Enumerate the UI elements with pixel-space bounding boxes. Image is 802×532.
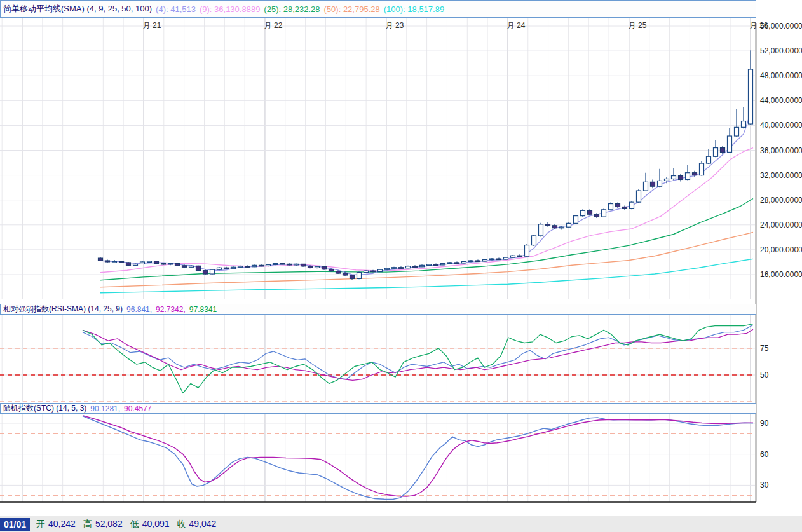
y-axis-tick-label: 30 xyxy=(760,481,769,489)
y-axis-tick-label: 48,000.0000 xyxy=(760,71,802,80)
stc-title: 随机指数(STC) (14, 5, 3) xyxy=(3,403,86,414)
indicator-value: (9): 36,130.8889 xyxy=(200,4,260,14)
indicator-value: 96.841, xyxy=(126,305,152,314)
y-axis-tick-label: 50 xyxy=(760,371,769,379)
rsi-values: 96.841,92.7342,97.8341 xyxy=(126,305,221,314)
y-axis-tick-label: 36,000.0000 xyxy=(760,146,802,155)
ohlc-readout: 开40,242高52,082低40,091收49,042 xyxy=(36,519,224,530)
sma-values: (4): 41,513(9): 36,130.8889(25): 28,232.… xyxy=(156,4,448,14)
indicator-value: (4): 41,513 xyxy=(156,4,196,14)
status-bar: 01/01 开40,242高52,082低40,091收49,042 xyxy=(0,516,802,532)
y-axis-tick-label: 40,000.0000 xyxy=(760,121,802,130)
y-axis-tick-label: 24,000.0000 xyxy=(760,221,802,229)
candlesticks xyxy=(99,50,753,280)
indicator-value: (25): 28,232.28 xyxy=(264,4,320,14)
stc-values: 90.1281,90.4577 xyxy=(90,404,155,413)
ohlc-label: 高 xyxy=(83,519,92,529)
status-date-badge: 01/01 xyxy=(0,518,30,531)
indicator-value: 90.1281, xyxy=(90,404,120,413)
axis-labels: 56,000.000052,000.000048,000.000044,000.… xyxy=(760,22,802,489)
y-axis-tick-label: 28,000.0000 xyxy=(760,196,802,205)
sma-header-bar: 简单移动平均线(SMA) (4, 9, 25, 50, 100) (4): 41… xyxy=(0,0,756,18)
ohlc-value: 52,082 xyxy=(95,519,123,529)
indicator-value: 92.7342, xyxy=(156,305,186,314)
ohlc-value: 49,042 xyxy=(189,519,217,529)
y-axis-tick-label: 32,000.0000 xyxy=(760,171,802,180)
y-axis-tick-label: 90 xyxy=(760,419,769,428)
y-axis-tick-label: 20,000.0000 xyxy=(760,245,802,254)
indicator-value: 97.8341 xyxy=(189,305,217,314)
rsi-header-bar: 相对强弱指数(RSI-SMA) (14, 25, 9) 96.841,92.73… xyxy=(0,304,756,315)
stc-header-bar: 随机指数(STC) (14, 5, 3) 90.1281,90.4577 xyxy=(0,403,756,414)
chart-canvas[interactable]: 56,000.000052,000.000048,000.000044,000.… xyxy=(0,0,802,532)
indicator-value: 90.4577 xyxy=(124,404,151,413)
y-axis-tick-label: 16,000.0000 xyxy=(760,270,802,279)
y-axis-tick-label: 44,000.0000 xyxy=(760,96,802,105)
y-axis-tick-label: 60 xyxy=(760,450,769,459)
stc-lines xyxy=(83,416,753,500)
threshold-lines xyxy=(0,348,755,496)
y-axis-tick-label: 75 xyxy=(760,344,769,353)
indicator-value: (100): 18,517.89 xyxy=(384,4,444,14)
date-label: 一月 22 xyxy=(257,21,283,30)
rsi-title: 相对强弱指数(RSI-SMA) (14, 25, 9) xyxy=(3,304,123,315)
date-label: 一月 24 xyxy=(500,21,526,30)
ohlc-value: 40,091 xyxy=(142,519,170,529)
date-label: 一月 26 xyxy=(742,21,768,30)
date-label: 一月 23 xyxy=(378,21,404,30)
grid xyxy=(0,18,755,502)
ohlc-label: 收 xyxy=(177,519,186,529)
date-label: 一月 25 xyxy=(621,21,647,30)
date-label: 一月 21 xyxy=(135,21,161,30)
ohlc-label: 低 xyxy=(130,519,139,529)
ohlc-label: 开 xyxy=(36,519,45,529)
ohlc-value: 40,242 xyxy=(48,519,76,529)
charting-terminal: 56,000.000052,000.000048,000.000044,000.… xyxy=(0,0,802,532)
y-axis-tick-label: 52,000.0000 xyxy=(760,46,802,55)
indicator-value: (50): 22,795.28 xyxy=(324,4,380,14)
sma-title: 简单移动平均线(SMA) (4, 9, 25, 50, 100) xyxy=(3,3,152,15)
date-labels: 一月 21一月 22一月 23一月 24一月 25一月 26 xyxy=(135,21,768,30)
rsi-lines xyxy=(83,324,753,393)
